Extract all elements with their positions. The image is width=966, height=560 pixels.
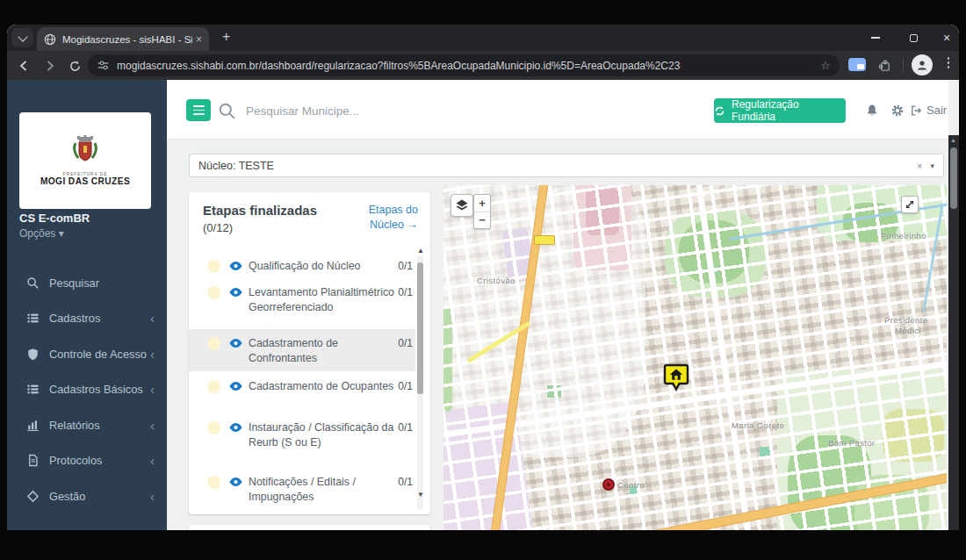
user-options-toggle[interactable]: Opções ▾ — [19, 227, 64, 240]
sync-icon — [714, 105, 725, 117]
regularizacao-fundiaria-button[interactable]: Regularização Fundiária — [714, 98, 846, 123]
search-icon — [26, 276, 40, 290]
url-text[interactable]: mogidascruzes.sishabi.com.br/dashboard/r… — [117, 60, 815, 72]
window-minimize-button[interactable] — [858, 25, 893, 51]
map-place-label: Cristóvão — [477, 276, 515, 285]
eye-icon[interactable] — [228, 338, 243, 348]
back-button[interactable] — [14, 56, 33, 75]
list-item[interactable]: Cadastramento de Confrontantes 0/1 — [189, 336, 430, 366]
browser-tab[interactable]: Mogidascruzes - sisHABI - Sist × — [37, 27, 209, 51]
status-circle-badge — [207, 286, 220, 299]
diamond-icon — [26, 490, 40, 503]
sidebar-item-relatorios[interactable]: Relatórios ‹ — [7, 407, 167, 443]
list-item[interactable]: Levantamento Planialtimétrico Georrefere… — [189, 285, 430, 315]
tab-title: Mogidascruzes - sisHABI - Sist — [62, 34, 192, 45]
reload-button[interactable] — [65, 56, 84, 75]
app-page: PREFEITURA DE MOGI DAS CRUZES CS E-comBR… — [7, 80, 959, 530]
status-circle-badge — [207, 260, 220, 273]
list-item[interactable]: Cadastramento de Ocupantes 0/1 — [189, 379, 430, 394]
sidebar-item-protocolos[interactable]: Protocolos ‹ — [7, 443, 167, 479]
sidebar-item-cadastros[interactable]: Cadastros ‹ — [7, 301, 167, 337]
etapa-label[interactable]: Notificações / Editais / Impugnações — [249, 475, 396, 505]
expand-map-button[interactable] — [901, 196, 919, 213]
etapa-label[interactable]: Instauração / Classificação da Reurb (S … — [249, 420, 396, 450]
shield-icon — [26, 348, 40, 361]
sidebar-item-label: Relatórios — [49, 419, 100, 432]
nucleo-select[interactable]: Núcleo: TESTE × ▾ — [189, 154, 944, 177]
list-item[interactable]: Qualificação do Núcleo 0/1 — [189, 259, 430, 274]
eye-icon[interactable] — [228, 477, 243, 487]
gear-icon[interactable] — [890, 104, 905, 118]
sidebar-item-pesquisar[interactable]: Pesquisar — [7, 265, 167, 301]
etapa-label[interactable]: Cadastramento de Confrontantes — [249, 336, 396, 366]
scroll-up-icon[interactable]: ▲ — [950, 137, 956, 143]
forward-button[interactable] — [40, 56, 60, 75]
sidebar-toggle-button[interactable] — [186, 99, 211, 121]
etapa-label[interactable]: Cadastramento de Ocupantes — [249, 379, 396, 394]
chevron-left-icon: ‹ — [150, 490, 155, 503]
bell-icon[interactable] — [865, 104, 879, 118]
list-item[interactable]: Instauração / Classificação da Reurb (S … — [189, 420, 430, 450]
eye-icon[interactable] — [228, 261, 243, 271]
scroll-up-icon[interactable]: ▲ — [417, 247, 424, 255]
browser-menu-button[interactable] — [943, 57, 954, 68]
map-widget[interactable]: Cristóvão Pinheirinho Presidente Médici … — [443, 185, 947, 530]
address-bar[interactable]: mogidascruzes.sishabi.com.br/dashboard/r… — [88, 54, 840, 76]
etapas-do-nucleo-link[interactable]: Etapas do Núcleo → — [330, 203, 418, 233]
button-label: Regularização Fundiária — [732, 98, 846, 123]
etapa-label[interactable]: Levantamento Planialtimétrico Georrefere… — [249, 285, 396, 315]
etapa-label[interactable]: Qualificação do Núcleo — [249, 259, 396, 274]
chevron-left-icon: ‹ — [150, 454, 155, 467]
eye-icon[interactable] — [228, 422, 243, 433]
list-icon — [26, 383, 40, 396]
etapa-count: 0/1 — [398, 421, 413, 434]
scroll-down-icon[interactable]: ▼ — [417, 491, 424, 499]
etapa-count: 0/1 — [398, 380, 413, 392]
caret-down-icon[interactable]: ▾ — [930, 162, 934, 170]
window-maximize-button[interactable] — [896, 25, 931, 51]
eye-icon[interactable] — [228, 287, 243, 298]
logout-label: Sair — [926, 104, 947, 117]
chevron-left-icon: ‹ — [150, 348, 155, 361]
sidebar-item-gestao[interactable]: Gestão ‹ — [7, 478, 167, 514]
map-place-label: Maria Gorete — [732, 420, 784, 430]
arrow-right-icon — [43, 59, 57, 73]
map-place-label: Presidente — [884, 315, 927, 325]
list-scrollbar-thumb[interactable] — [417, 262, 423, 394]
map-zoom-control[interactable]: + − — [473, 194, 491, 229]
clear-icon[interactable]: × — [917, 161, 922, 171]
point-marker[interactable] — [602, 478, 615, 491]
tab-close-icon[interactable]: × — [196, 33, 202, 46]
sidebar-item-controle-de-acesso[interactable]: Controle de Acesso ‹ — [7, 336, 167, 372]
status-circle-badge — [207, 421, 220, 434]
page-scrollbar-thumb[interactable] — [950, 147, 957, 209]
logout-button[interactable]: Sair — [910, 104, 947, 117]
layers-icon — [455, 198, 469, 212]
list-item[interactable]: Notificações / Editais / Impugnações 0/1 — [189, 475, 430, 505]
bookmark-star-icon[interactable]: ☆ — [820, 59, 831, 72]
coat-of-arms-icon — [67, 135, 104, 169]
house-marker[interactable] — [663, 363, 689, 393]
profile-avatar[interactable] — [912, 54, 933, 75]
search-input[interactable] — [244, 101, 508, 120]
dot — [948, 57, 950, 60]
zoom-in-button[interactable]: + — [474, 195, 490, 212]
extensions-button[interactable] — [875, 56, 894, 75]
puzzle-icon — [877, 59, 892, 74]
tab-search-button[interactable] — [11, 28, 33, 47]
new-tab-button[interactable]: + — [222, 29, 230, 45]
zoom-out-button[interactable]: − — [474, 212, 490, 229]
media-controls-icon[interactable] — [848, 58, 866, 71]
eye-icon[interactable] — [228, 381, 243, 391]
page-scrollbar[interactable]: ▲ — [948, 135, 959, 530]
chevron-left-icon: ‹ — [150, 383, 155, 396]
main-content: Regularização Fundiária Sair Núcleo: TES… — [167, 80, 948, 530]
etapa-count: 0/1 — [398, 476, 413, 488]
sidebar-item-cadastros-basicos[interactable]: Cadastros Básicos ‹ — [7, 372, 167, 408]
status-circle-badge — [207, 380, 220, 393]
window-close-button[interactable]: × — [929, 25, 959, 51]
user-name: CS E-comBR — [19, 212, 90, 225]
browser-window: Mogidascruzes - sisHABI - Sist × + × mog… — [7, 25, 959, 530]
layers-button[interactable] — [451, 194, 473, 217]
toolbar-separator — [903, 58, 904, 72]
